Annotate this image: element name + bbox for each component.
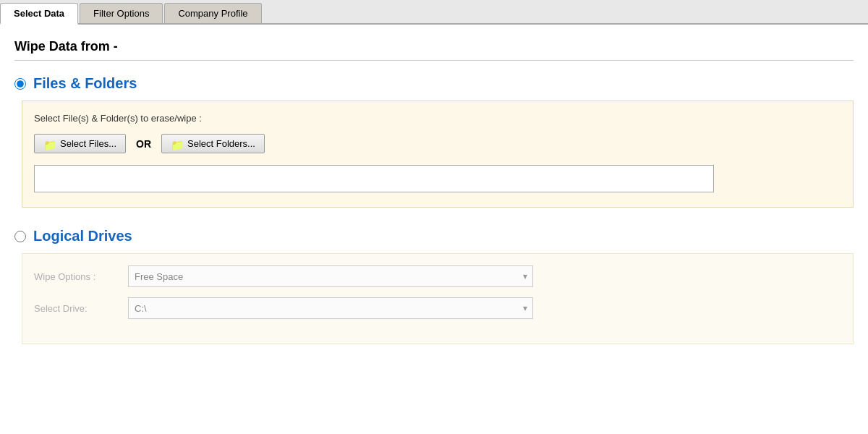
files-folders-description: Select File(s) & Folder(s) to erase/wipe… <box>34 113 841 124</box>
logical-drives-radio[interactable] <box>14 231 26 242</box>
tab-filter-options[interactable]: Filter Options <box>80 3 163 23</box>
tab-bar: Select Data Filter Options Company Profi… <box>0 0 868 25</box>
tab-company-profile[interactable]: Company Profile <box>164 3 261 23</box>
wipe-options-row: Wipe Options : Free Space Entire Drive U… <box>34 265 841 287</box>
or-text: OR <box>136 138 151 150</box>
files-folders-panel: Select File(s) & Folder(s) to erase/wipe… <box>22 101 854 208</box>
wipe-options-label: Wipe Options : <box>34 271 128 282</box>
folder-icon-folders <box>171 139 184 149</box>
app-container: Select Data Filter Options Company Profi… <box>0 0 868 434</box>
select-files-button[interactable]: Select Files... <box>34 134 126 153</box>
main-content: Wipe Data from - Files & Folders Select … <box>0 25 868 434</box>
button-row: Select Files... OR Select Folders... <box>34 134 841 153</box>
select-drive-label: Select Drive: <box>34 303 128 314</box>
section-title: Wipe Data from - <box>14 39 854 61</box>
selected-path-input[interactable] <box>34 165 714 192</box>
logical-drives-option[interactable]: Logical Drives <box>14 228 854 244</box>
tab-select-data[interactable]: Select Data <box>0 3 78 25</box>
logical-drives-label: Logical Drives <box>33 228 132 244</box>
wipe-options-select[interactable]: Free Space Entire Drive Used Space <box>128 265 533 287</box>
wipe-options-wrapper: Free Space Entire Drive Used Space <box>128 265 533 287</box>
files-folders-radio[interactable] <box>14 78 26 90</box>
select-files-label: Select Files... <box>60 138 116 149</box>
logical-drives-panel: Wipe Options : Free Space Entire Drive U… <box>22 253 854 344</box>
select-drive-wrapper: C:\ D:\ E:\ <box>128 297 533 319</box>
select-folders-label: Select Folders... <box>187 138 255 149</box>
files-folders-option[interactable]: Files & Folders <box>14 75 854 92</box>
select-drive-select[interactable]: C:\ D:\ E:\ <box>128 297 533 319</box>
files-folders-label: Files & Folders <box>33 75 137 92</box>
select-folders-button[interactable]: Select Folders... <box>161 134 265 153</box>
folder-icon-files <box>43 139 56 149</box>
select-drive-row: Select Drive: C:\ D:\ E:\ <box>34 297 841 319</box>
